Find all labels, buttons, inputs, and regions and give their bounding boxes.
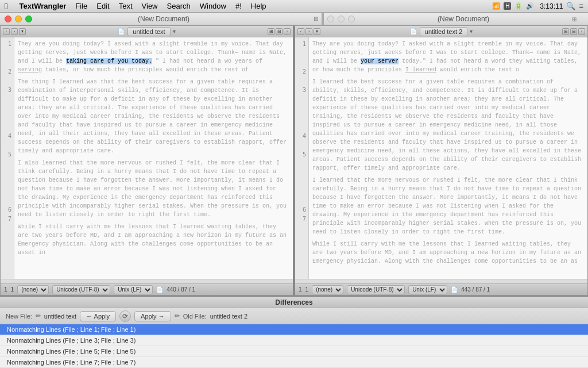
diff-panel: Differences New File: ✏ untitled text ← … <box>0 296 588 368</box>
editor-area: ‹ › ▾ 📄 untitled text ▾ ⊞ ⊟ ⋮ 1 <box>0 25 588 296</box>
icon-right3[interactable]: ⋮ <box>578 28 585 35</box>
menu-search[interactable]: Search <box>167 2 191 10</box>
text-area-left[interactable]: They are you doing today? I asked with a… <box>14 37 293 279</box>
tab-nav-right[interactable]: › <box>11 28 18 35</box>
diff-item-3[interactable]: Nonmatching Lines (File ; Line 7; File ;… <box>0 357 588 368</box>
apply-right-button[interactable]: Apply → <box>134 311 171 321</box>
pencil-icon-right: ✏ <box>175 312 180 320</box>
encoding-select-right[interactable]: Unicode (UTF-8) <box>347 285 405 294</box>
doc-icon-right: 📄 <box>451 286 458 293</box>
close-button[interactable] <box>5 16 11 22</box>
clock: 3:13:11 <box>540 2 563 10</box>
pencil-icon-left: ✏ <box>36 312 41 320</box>
col-right: 1 <box>305 286 309 293</box>
diff-item-1[interactable]: Nonmatching Lines (File ; Line 3; File ;… <box>0 335 588 346</box>
window2-expand-icon[interactable]: ⊞ <box>572 16 577 22</box>
list-icon[interactable]: ≡ <box>579 2 583 10</box>
apply-left-button[interactable]: ← Apply <box>80 311 116 321</box>
diff-item-0[interactable]: Nonmatching Lines (File ; Line 1; File ;… <box>0 324 588 335</box>
tab-arrow-left[interactable]: ▾ <box>173 28 176 34</box>
icon-left2[interactable]: ⊟ <box>276 28 283 35</box>
para2-left: The thing I learned was that the best su… <box>18 78 289 155</box>
menu-file[interactable]: File <box>75 2 87 10</box>
menu-view[interactable]: View <box>142 2 158 10</box>
line-ending-select-left[interactable]: Unix (LF) <box>114 285 153 294</box>
diff-toolbar: New File: ✏ untitled text ← Apply ⟳ Appl… <box>0 308 588 324</box>
tab-nav-left-r[interactable]: ‹ <box>297 28 304 35</box>
minimize-button[interactable] <box>15 16 22 22</box>
icon-left1[interactable]: ⊞ <box>268 28 274 35</box>
line-ending-select-right[interactable]: Unix (LF) <box>408 285 447 294</box>
editor-content-right[interactable]: 1 2 3 4 5 <box>295 37 587 279</box>
editor-pane-right: ‹ › ▾ 📄 untitled text 2 ▾ ⊞ ⊟ ⋮ 1 <box>294 25 588 296</box>
traffic-lights <box>5 16 32 22</box>
menu-text[interactable]: Text <box>119 2 133 10</box>
close-button-2[interactable] <box>327 16 334 22</box>
tab-nav-down-r[interactable]: ▾ <box>314 28 320 35</box>
app-name: TextWrangler <box>19 2 66 10</box>
para3-right: I learned that the more nervous or rushe… <box>312 176 584 236</box>
hscrollbar-right[interactable] <box>295 279 587 283</box>
menu-hash[interactable]: #! <box>235 2 242 10</box>
doc-icon-left: 📄 <box>156 286 163 293</box>
line-col-right: 1 <box>299 286 302 293</box>
new-file-label: New File: <box>6 313 32 320</box>
window2-title: (New Document) <box>358 15 568 23</box>
para3-left: I also learned that the more nervous or … <box>18 159 289 219</box>
minimize-button-2[interactable] <box>338 16 345 22</box>
maximize-button[interactable] <box>25 16 32 22</box>
tab-arrow-right[interactable]: ▾ <box>470 28 473 34</box>
tab-label-left[interactable]: untitled text <box>127 27 170 36</box>
hscrollbar-left[interactable] <box>1 279 293 283</box>
maximize-button-2[interactable] <box>348 16 355 22</box>
search-menu-icon[interactable]: 🔍 <box>566 2 575 10</box>
old-file-name: untitled text 2 <box>210 313 247 320</box>
editor-tabbar-right: ‹ › ▾ 📄 untitled text 2 ▾ ⊞ ⊟ ⋮ <box>295 26 587 37</box>
text-area-right[interactable]: They are you doing today? I asked with a… <box>309 37 587 279</box>
window1-title: (New Document) <box>36 15 292 23</box>
tab-label-right[interactable]: untitled text 2 <box>420 27 467 36</box>
diff-item-3-label: Nonmatching Lines (File ; Line 7; File ;… <box>7 359 136 366</box>
menubar:  TextWrangler File Edit Text View Searc… <box>0 0 588 13</box>
diff-item-2[interactable]: Nonmatching Lines (File ; Line 5; File ;… <box>0 346 588 357</box>
para1-right: They are you doing today? I asked with a… <box>312 40 584 74</box>
diff-item-1-label: Nonmatching Lines (File ; Line 3; File ;… <box>7 337 136 344</box>
encoding-select-left[interactable]: Unicode (UTF-8) <box>52 285 110 294</box>
diff-item-0-label: Nonmatching Lines (File ; Line 1; File ;… <box>7 326 136 333</box>
tab-nav-down[interactable]: ▾ <box>19 28 26 35</box>
apple-menu-icon[interactable]:  <box>5 1 7 11</box>
icon-right2[interactable]: ⊟ <box>570 28 577 35</box>
statusbar-left: 1 1 (none) Unicode (UTF-8) Unix (LF) 📄 4… <box>1 283 293 295</box>
menu-window[interactable]: Window <box>200 2 226 10</box>
h-icon: H <box>504 2 511 10</box>
wifi-icon[interactable]: 📶 <box>492 2 500 10</box>
none-select-left[interactable]: (none) <box>17 285 49 294</box>
icon-left3[interactable]: ⋮ <box>284 28 291 35</box>
editor2-doc-icon: 📄 <box>410 28 417 34</box>
tab-nav-right-r[interactable]: › <box>305 28 312 35</box>
para4-left: While I still carry with me the lessons … <box>18 223 289 257</box>
tab-arrows-left: ⊞ ⊟ ⋮ <box>268 28 291 35</box>
window1-expand-icon[interactable]: ⊞ <box>314 16 318 22</box>
para4-right: While I still carry with me the lessons … <box>312 240 584 266</box>
col-left: 1 <box>11 286 14 293</box>
statusbar-right: 1 1 (none) Unicode (UTF-8) Unix (LF) 📄 4… <box>295 283 587 295</box>
system-icons: 📶 H 🔋 🔊 3:13:11 🔍 ≡ <box>492 2 583 10</box>
line-numbers-right: 1 2 3 4 5 <box>295 37 309 279</box>
tab-arrows-right: ⊞ ⊟ ⋮ <box>562 28 585 35</box>
tab-nav-left[interactable]: ‹ <box>3 28 10 35</box>
line-numbers-left: 1 2 3 4 5 <box>1 37 14 279</box>
editor-pane-left: ‹ › ▾ 📄 untitled text ▾ ⊞ ⊟ ⋮ 1 <box>0 25 294 296</box>
line-col-left: 1 <box>4 286 7 293</box>
menu-edit[interactable]: Edit <box>96 2 109 10</box>
diff-header-label: Differences <box>275 298 312 306</box>
icon-right1[interactable]: ⊞ <box>562 28 569 35</box>
menu-help[interactable]: Help <box>251 2 266 10</box>
editor-content-left[interactable]: 1 2 3 4 5 <box>1 37 293 279</box>
traffic-lights-2 <box>327 16 355 22</box>
battery-icon: 🔋 <box>514 2 523 10</box>
sync-button[interactable]: ⟳ <box>119 310 131 322</box>
para1-left: They are you doing today? I asked with a… <box>18 40 289 74</box>
none-select-right[interactable]: (none) <box>312 285 343 294</box>
diff-header: Differences <box>0 297 588 308</box>
